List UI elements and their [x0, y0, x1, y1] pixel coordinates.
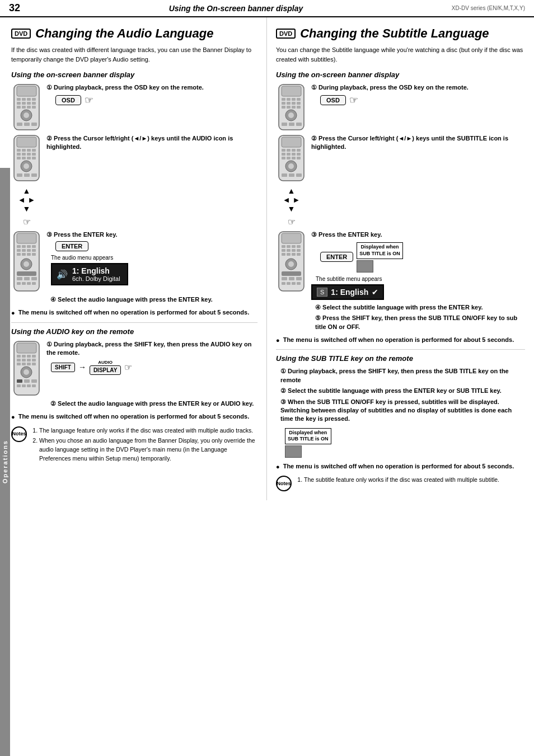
svg-rect-22 [22, 149, 26, 152]
svg-rect-65 [22, 355, 26, 358]
svg-rect-48 [17, 253, 21, 256]
svg-rect-139 [282, 271, 301, 276]
shift-key-label: SHIFT [51, 363, 75, 372]
audio-menu-text: 1: English 6ch. Dolby Digital [72, 266, 120, 282]
svg-rect-4 [27, 98, 31, 101]
left-step2: ▲ ◄ ► ▼ ☞ ② Press the Cursor left/right … [11, 134, 257, 227]
svg-rect-114 [282, 157, 285, 159]
svg-rect-29 [17, 157, 21, 159]
left-step3-text: ③ Press the ENTER key. [46, 231, 257, 239]
svg-rect-81 [17, 384, 21, 387]
svg-rect-122 [296, 173, 302, 177]
svg-rect-109 [297, 149, 301, 152]
left-intro: If the disc was created with different l… [11, 45, 257, 64]
svg-rect-61 [32, 282, 36, 285]
svg-rect-66 [27, 355, 31, 358]
svg-rect-146 [297, 282, 301, 285]
svg-rect-68 [17, 359, 21, 361]
display-key-label: DISPLAY [90, 365, 121, 375]
right-subsection2-title: Using the SUB TITLE key on the remote [276, 354, 525, 363]
right-bullet2: ● The menu is switched off when no opera… [276, 462, 525, 471]
svg-rect-8 [27, 102, 31, 105]
left-step1b: ① During playback, press the SHIFT key, … [11, 340, 257, 396]
svg-rect-24 [32, 149, 36, 152]
left-step1b-text: ① During playback, press the SHIFT key, … [46, 340, 257, 358]
remote-illustration-5 [276, 83, 307, 131]
right-notes: Notes The subtitle feature only works if… [276, 476, 525, 491]
svg-rect-57 [31, 277, 37, 280]
svg-rect-42 [27, 245, 31, 248]
right-step3-instructions: ③ Press the ENTER key. ENTER Displayed w… [311, 231, 525, 300]
svg-rect-79 [24, 379, 30, 383]
svg-rect-41 [22, 245, 26, 248]
hand-icon-4: ☞ [349, 94, 358, 106]
svg-rect-13 [32, 106, 36, 109]
subtitle-english-text: 1: English [331, 288, 368, 297]
svg-rect-46 [27, 249, 31, 252]
svg-rect-131 [292, 249, 296, 252]
svg-rect-133 [282, 253, 285, 256]
right-displayed-when-container: Displayed whenSUB TITLE is ON [285, 427, 525, 458]
svg-rect-135 [292, 253, 296, 256]
svg-rect-90 [297, 98, 301, 101]
svg-rect-64 [17, 355, 21, 358]
svg-rect-7 [22, 102, 26, 105]
audio-menu-line2: 6ch. Dolby Digital [72, 275, 120, 282]
left-step3-image [11, 231, 42, 292]
left-step4-text: ④ Select the audio language with press t… [50, 295, 257, 304]
svg-rect-105 [282, 137, 301, 147]
svg-rect-50 [27, 253, 31, 256]
svg-rect-3 [22, 98, 26, 101]
svg-rect-74 [27, 363, 31, 365]
right-step3: ③ Press the ENTER key. ENTER Displayed w… [276, 231, 525, 300]
svg-rect-35 [17, 173, 22, 177]
svg-rect-127 [292, 245, 296, 248]
svg-rect-117 [297, 157, 301, 159]
svg-rect-92 [287, 102, 291, 105]
subtitle-s-box: S [317, 288, 327, 297]
right-step2-text: ② Press the Cursor left/right (◄/►) keys… [311, 134, 525, 152]
svg-rect-106 [282, 149, 285, 152]
left-bullet1-text: The menu is switched off when no operati… [18, 308, 250, 317]
svg-rect-94 [297, 102, 301, 105]
svg-rect-75 [32, 363, 36, 365]
hand-icon-1: ☞ [85, 94, 93, 106]
left-notes-content: The language feature only works if the d… [31, 426, 257, 465]
left-bullet1: ● The menu is switched off when no opera… [11, 308, 257, 317]
svg-point-119 [288, 163, 294, 169]
svg-rect-84 [32, 384, 36, 387]
svg-rect-101 [282, 123, 287, 126]
svg-rect-103 [296, 123, 302, 126]
svg-rect-91 [282, 102, 285, 105]
svg-rect-142 [296, 277, 302, 280]
left-step3: ③ Press the ENTER key. ENTER The audio m… [11, 231, 257, 292]
svg-rect-113 [297, 153, 301, 156]
top-title: Using the On-screen banner display [169, 4, 303, 13]
right-intro: You can change the Subtitle language whi… [276, 45, 525, 64]
right-notes-content: The subtitle feature only works if the d… [296, 476, 499, 491]
svg-rect-1 [17, 86, 36, 96]
enter-button-label: ENTER [55, 241, 88, 251]
svg-rect-63 [17, 343, 36, 353]
right-subtitle-steps: ① During playback, press the SHIFT key, … [280, 367, 525, 458]
svg-rect-86 [282, 86, 301, 96]
arrow-icon: → [78, 363, 86, 372]
svg-rect-5 [32, 98, 36, 101]
right-osd-button-label: OSD [320, 95, 346, 105]
svg-rect-107 [287, 149, 291, 152]
right-subtitle-thumbnail2 [285, 445, 302, 458]
svg-rect-136 [297, 253, 301, 256]
left-note-2: When you chose an audio language from th… [39, 436, 257, 463]
svg-rect-31 [27, 157, 31, 159]
svg-rect-40 [17, 245, 21, 248]
svg-rect-102 [289, 123, 294, 126]
svg-rect-134 [287, 253, 291, 256]
svg-rect-54 [17, 271, 36, 276]
speaker-icon: 🔊 [57, 269, 68, 280]
right-step2-image: ▲ ◄ ► ▼ ☞ [276, 134, 307, 227]
remote-illustration-2 [11, 134, 42, 182]
svg-rect-11 [22, 106, 26, 109]
svg-rect-59 [22, 282, 26, 285]
right-step1-image [276, 83, 307, 131]
svg-rect-116 [292, 157, 296, 159]
